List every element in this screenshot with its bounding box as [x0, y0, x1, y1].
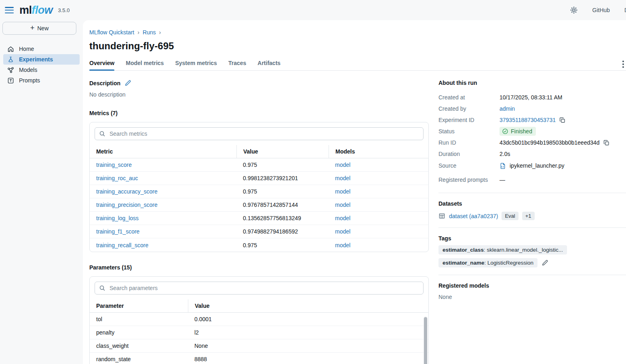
section-divider	[438, 227, 626, 228]
model-link[interactable]: model	[329, 188, 428, 195]
datasets-heading: Datasets	[438, 200, 626, 207]
param-name: tol	[90, 316, 188, 322]
docs-link[interactable]: Docs	[624, 7, 626, 13]
parameters-search-input[interactable]	[109, 284, 419, 292]
tab-model-metrics[interactable]: Model metrics	[126, 60, 164, 70]
new-button[interactable]: + New	[2, 22, 76, 35]
metric-link[interactable]: training_recall_score	[90, 242, 236, 248]
edit-pencil-icon[interactable]	[124, 80, 131, 86]
page-title: thundering-fly-695	[89, 40, 626, 52]
dataset-link[interactable]: dataset (aa7a0237)	[449, 213, 498, 219]
model-link[interactable]: model	[329, 228, 428, 235]
tab-overview[interactable]: Overview	[89, 60, 114, 70]
gear-icon[interactable]	[570, 6, 578, 14]
created-by-link[interactable]: admin	[500, 105, 515, 112]
tag-estimator-name: estimator_name: LogisticRegression	[438, 258, 537, 267]
about-row-source: Source ipykernel_launcher.py	[438, 160, 626, 172]
prompts-icon	[7, 77, 14, 84]
table-row: training_roc_auc 0.9981238273921201 mode…	[90, 172, 428, 185]
param-name: random_state	[90, 356, 188, 362]
chevron-right-icon: ›	[137, 29, 139, 36]
file-code-icon	[500, 162, 506, 169]
param-name: penalty	[90, 329, 188, 336]
metrics-search	[95, 127, 424, 140]
models-network-icon	[7, 67, 14, 74]
about-row-registered-prompts: Registered prompts —	[438, 174, 626, 185]
metrics-search-input[interactable]	[109, 130, 419, 137]
logo-text-flow: flow	[32, 4, 54, 17]
table-row: random_state 8888	[90, 353, 428, 364]
edit-pencil-icon[interactable]	[542, 259, 548, 266]
metric-link[interactable]: training_precision_score	[90, 202, 236, 208]
table-row: class_weight None	[90, 339, 428, 353]
model-link[interactable]: model	[329, 202, 428, 208]
sidebar-item-experiments[interactable]: Experiments	[3, 54, 80, 65]
sidebar-item-home[interactable]: Home	[3, 44, 80, 54]
dataset-eval-badge[interactable]: Eval	[502, 212, 518, 220]
table-row: training_recall_score 0.975 model	[90, 238, 428, 252]
parameters-table-header: Parameter Value	[90, 299, 428, 313]
logo-text-ml: ml	[19, 4, 32, 17]
sidebar-item-models[interactable]: Models	[3, 65, 80, 75]
breadcrumb-runs-link[interactable]: Runs	[143, 29, 156, 36]
metric-link[interactable]: training_roc_auc	[90, 175, 236, 181]
model-link[interactable]: model	[329, 242, 428, 248]
copy-icon[interactable]	[603, 139, 610, 146]
source-file-name: ipykernel_launcher.py	[510, 162, 564, 169]
sidebar-item-label: Prompts	[19, 77, 40, 84]
metrics-table-header: Metric Value Models	[90, 145, 428, 158]
sidebar-item-label: Home	[19, 46, 34, 52]
table-row: training_log_loss 0.13562857756813249 mo…	[90, 212, 428, 225]
column-header-models: Models	[329, 145, 428, 158]
metric-value: 0.9981238273921201	[236, 175, 329, 181]
parameters-heading: Parameters (15)	[89, 264, 132, 271]
version-label: 3.5.0	[58, 7, 70, 13]
model-link[interactable]: model	[329, 175, 428, 181]
github-link[interactable]: GitHub	[592, 7, 610, 13]
run-id-value: 43dc5b01bc994b198503bb0b1eeed34d	[500, 139, 600, 146]
experiment-id-link[interactable]: 379351188730453731	[500, 117, 556, 123]
plus-icon: +	[30, 24, 35, 32]
about-row-status: Status Finished	[438, 126, 626, 137]
metric-link[interactable]: training_f1_score	[90, 228, 236, 235]
metric-link[interactable]: training_accuracy_score	[90, 188, 236, 195]
table-row: training_f1_score 0.9749882794186592 mod…	[90, 225, 428, 238]
param-value: None	[188, 343, 428, 349]
tab-bar: Overview Model metrics System metrics Tr…	[89, 60, 626, 71]
tab-system-metrics[interactable]: System metrics	[175, 60, 217, 70]
content-card: MLflow Quickstart › Runs › thundering-fl…	[83, 20, 626, 364]
dataset-more-badge[interactable]: +1	[522, 212, 535, 220]
about-row-duration: Duration 2.0s	[438, 148, 626, 160]
hamburger-menu-icon[interactable]	[5, 7, 14, 13]
search-icon	[99, 285, 105, 291]
copy-icon[interactable]	[559, 117, 566, 124]
param-value: 8888	[188, 356, 428, 362]
tab-artifacts[interactable]: Artifacts	[257, 60, 280, 70]
param-value: l2	[188, 329, 428, 336]
home-icon	[7, 46, 14, 53]
scrollbar-track[interactable]	[424, 316, 428, 364]
sidebar-item-label: Experiments	[19, 56, 53, 63]
metric-value: 0.9767857142857144	[236, 202, 329, 208]
table-row: training_accuracy_score 0.975 model	[90, 185, 428, 198]
model-link[interactable]: model	[329, 162, 428, 168]
about-heading: About this run	[438, 80, 626, 86]
top-header: mlflow 3.5.0 GitHub Docs	[0, 0, 626, 20]
model-link[interactable]: model	[329, 215, 428, 221]
scrollbar-thumb[interactable]	[424, 317, 427, 364]
table-row: training_score 0.975 model	[90, 158, 428, 172]
mlflow-logo[interactable]: mlflow	[19, 4, 54, 17]
metric-value: 0.975	[236, 188, 329, 195]
column-header-value: Value	[188, 299, 428, 312]
metric-link[interactable]: training_log_loss	[90, 215, 236, 221]
sidebar-item-prompts[interactable]: Prompts	[3, 75, 80, 86]
metric-link[interactable]: training_score	[90, 162, 236, 168]
metric-value: 0.975	[236, 242, 329, 248]
tab-traces[interactable]: Traces	[228, 60, 246, 70]
registered-models-heading: Registered models	[438, 282, 626, 289]
flask-icon	[7, 56, 14, 63]
metrics-heading: Metrics (7)	[89, 110, 118, 116]
overflow-menu-icon[interactable]	[622, 61, 626, 68]
description-heading: Description	[89, 80, 120, 86]
breadcrumb-experiment-link[interactable]: MLflow Quickstart	[89, 29, 134, 36]
